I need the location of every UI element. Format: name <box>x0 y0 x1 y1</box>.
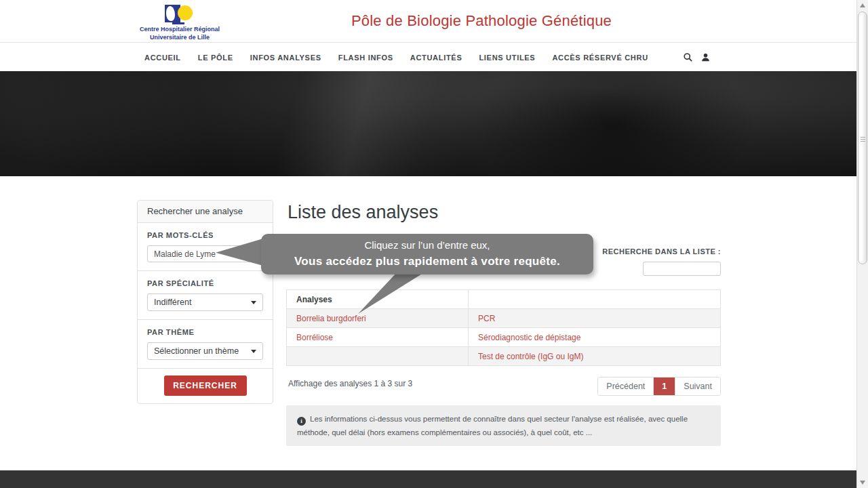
nav-item-flash-infos[interactable]: FLASH INFOS <box>338 54 393 62</box>
test-link-serodiagnostic[interactable]: Sérodiagnostic de dépistage <box>478 333 580 342</box>
info-note-text: Les informations ci-dessus vous permette… <box>297 415 688 436</box>
footer-bar <box>0 470 856 488</box>
list-search-label: RECHERCHE DANS LA LISTE : <box>602 247 721 256</box>
chru-lille-logo[interactable]: Centre Hospitalier Régional Universitair… <box>136 3 224 41</box>
pagination: Précédent 1 Suivant <box>597 377 721 396</box>
info-note-box: iLes informations ci-dessus vous permett… <box>286 405 721 446</box>
test-link-pcr[interactable]: PCR <box>478 314 495 323</box>
search-analysis-panel: Rechercher une analyse PAR MOTS-CLÉS Mal… <box>137 200 273 404</box>
theme-section: PAR THÈME Sélectionner un thème <box>138 320 273 369</box>
chevron-down-icon <box>251 350 256 353</box>
logo-text-line1: Centre Hospitalier Régional <box>136 26 224 33</box>
site-title: Pôle de Biologie Pathologie Génétique <box>271 12 692 30</box>
table-row: Test de contrôle (IgG ou IgM) <box>287 347 721 366</box>
search-button-row: RECHERCHER <box>138 369 273 403</box>
theme-select[interactable]: Sélectionner un thème <box>147 342 263 360</box>
search-icon[interactable] <box>683 52 693 62</box>
pagination-page-1[interactable]: 1 <box>653 378 675 395</box>
list-title: Liste des analyses <box>288 202 438 223</box>
speciality-label: PAR SPÉCIALITÉ <box>147 279 263 287</box>
analyses-table: Analyses Borrelia burgdorferi PCR Borrél… <box>286 289 721 366</box>
pagination-previous-button[interactable]: Précédent <box>598 378 653 395</box>
logo-text-line2: Universitaire de Lille <box>136 34 224 41</box>
analysis-link-borrelia-burgdorferi[interactable]: Borrelia burgdorferi <box>296 314 366 323</box>
page: Centre Hospitalier Régional Universitair… <box>0 0 868 488</box>
keywords-value: Maladie de Lyme <box>154 249 216 259</box>
list-search-input[interactable] <box>643 262 721 276</box>
callout-line1: Cliquez sur l’un d’entre eux, <box>261 238 593 253</box>
hero-banner: RÉPERTOIRE ANALYSES Accueil/Informations… <box>0 71 856 176</box>
results-summary: Affichage des analyses 1 à 3 sur 3 <box>288 379 412 388</box>
speciality-select[interactable]: Indifférent <box>147 293 263 311</box>
top-header: Centre Hospitalier Régional Universitair… <box>0 0 856 43</box>
nav-item-actualites[interactable]: ACTUALITÉS <box>410 54 462 62</box>
keywords-label: PAR MOTS-CLÉS <box>147 231 263 239</box>
speciality-value: Indifférent <box>154 298 191 307</box>
speciality-section: PAR SPÉCIALITÉ Indifférent <box>138 271 273 320</box>
scrollbar-grip-icon <box>861 137 865 143</box>
vertical-scrollbar[interactable] <box>856 0 868 488</box>
test-link-test-de-controle[interactable]: Test de contrôle (IgG ou IgM) <box>478 352 583 361</box>
nav-item-le-pole[interactable]: LE PÔLE <box>198 54 233 62</box>
chevron-down-icon <box>251 301 256 304</box>
nav-item-liens-utiles[interactable]: LIENS UTILES <box>479 54 535 62</box>
table-row: Borrelia burgdorferi PCR <box>287 309 721 328</box>
table-header-row: Analyses <box>287 290 721 309</box>
nav-item-accueil[interactable]: ACCUEIL <box>144 54 181 62</box>
main-navigation: ACCUEIL LE PÔLE INFOS ANALYSES FLASH INF… <box>0 43 856 71</box>
tooltip-callout: Cliquez sur l’un d’entre eux, Vous accéd… <box>261 234 593 274</box>
table-row: Borréliose Sérodiagnostic de dépistage <box>287 328 721 347</box>
search-panel-title: Rechercher une analyse <box>138 201 273 223</box>
theme-label: PAR THÈME <box>147 328 263 336</box>
rechercher-button[interactable]: RECHERCHER <box>164 375 247 396</box>
scroll-down-icon[interactable] <box>860 481 865 485</box>
chru-lille-logo-icon <box>165 3 195 24</box>
info-icon: i <box>297 417 306 426</box>
pagination-next-button[interactable]: Suivant <box>675 378 720 395</box>
theme-value: Sélectionner un thème <box>154 346 239 356</box>
analysis-link-borreliose[interactable]: Borréliose <box>296 333 333 342</box>
user-icon[interactable] <box>701 52 711 62</box>
callout-line2: Vous accédez plus rapidement à votre req… <box>261 253 593 270</box>
scrollbar-thumb[interactable] <box>858 12 867 264</box>
nav-item-infos-analyses[interactable]: INFOS ANALYSES <box>250 54 321 62</box>
scroll-up-icon[interactable] <box>860 3 865 7</box>
nav-item-acces-reserve-chru[interactable]: ACCÈS RÉSERVÉ CHRU <box>552 54 648 62</box>
tests-column-header <box>469 290 721 309</box>
